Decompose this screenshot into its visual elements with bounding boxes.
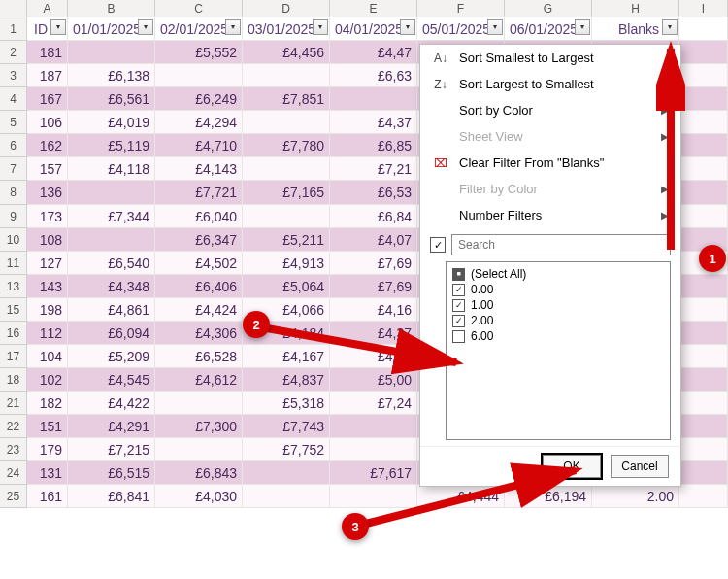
cell[interactable] [679, 322, 728, 345]
clear-filter[interactable]: ⌧ Clear Filter From "Blanks" [420, 150, 680, 176]
filter-button[interactable]: ▾ [50, 19, 66, 35]
cell[interactable]: 161 [27, 485, 68, 508]
filter-values-list[interactable]: (Select All)0.001.002.006.00 [446, 261, 671, 440]
row-number[interactable]: 17 [0, 345, 27, 368]
filter-value-item[interactable]: (Select All) [452, 266, 664, 282]
cell[interactable] [243, 64, 330, 87]
column-header[interactable]: ID▾ [27, 17, 68, 41]
cell[interactable] [679, 134, 728, 157]
cell[interactable] [68, 228, 155, 252]
cell[interactable] [679, 275, 728, 298]
cell[interactable]: £4,47 [330, 41, 417, 64]
cell[interactable] [679, 111, 728, 134]
cell[interactable]: £7,69 [330, 252, 417, 275]
cell[interactable] [68, 181, 155, 204]
cell[interactable]: £5,552 [155, 41, 243, 64]
cell[interactable]: £5,00 [330, 368, 417, 392]
row-number[interactable]: 7 [0, 157, 27, 181]
cell[interactable]: 167 [27, 87, 68, 111]
cell[interactable] [330, 485, 417, 508]
row-number[interactable]: 16 [0, 322, 27, 345]
cell[interactable]: £7,752 [243, 438, 330, 461]
cell[interactable]: £4,118 [68, 157, 155, 181]
cancel-button[interactable]: Cancel [611, 455, 669, 478]
cell[interactable]: 179 [27, 438, 68, 461]
cell[interactable]: £7,69 [330, 275, 417, 298]
column-header[interactable]: 04/01/2025▾ [330, 17, 417, 41]
cell[interactable] [679, 205, 728, 228]
cell[interactable]: 157 [27, 157, 68, 181]
cell[interactable]: £4,306 [155, 322, 243, 345]
cell[interactable]: £4,07 [330, 228, 417, 252]
cell[interactable]: £7,617 [330, 461, 417, 485]
sort-desc[interactable]: Z↓ Sort Largest to Smallest [420, 71, 680, 97]
filter-button[interactable]: ▾ [400, 19, 415, 35]
column-letter[interactable]: D [243, 0, 330, 17]
cell[interactable]: £4,37 [330, 111, 417, 134]
column-header[interactable]: 06/01/2025▾ [505, 17, 592, 41]
cell[interactable]: 104 [27, 345, 68, 368]
checkbox[interactable] [452, 268, 465, 281]
cell[interactable]: £5,318 [243, 392, 330, 415]
row-number[interactable]: 9 [0, 205, 27, 228]
cell[interactable]: £4,837 [243, 368, 330, 392]
filter-value-item[interactable]: 0.00 [452, 282, 664, 297]
cell[interactable] [679, 392, 728, 415]
checkbox[interactable] [452, 284, 465, 296]
sort-by-color[interactable]: Sort by Color ▶ [420, 97, 680, 123]
cell[interactable]: £6,841 [68, 485, 155, 508]
cell[interactable]: £7,24 [330, 392, 417, 415]
row-number[interactable]: 1 [0, 17, 27, 41]
cell[interactable]: 112 [27, 322, 68, 345]
column-letter[interactable]: G [505, 0, 592, 17]
cell[interactable] [679, 345, 728, 368]
column-header[interactable]: Blanks▾ [592, 17, 679, 41]
cell[interactable]: £4,16 [330, 298, 417, 322]
cell[interactable]: 182 [27, 392, 68, 415]
cell[interactable]: 131 [27, 461, 68, 485]
cell[interactable]: £4,861 [68, 298, 155, 322]
cell[interactable]: £4,291 [68, 415, 155, 438]
row-number[interactable]: 11 [0, 252, 27, 275]
checkbox[interactable] [452, 299, 465, 312]
filter-button[interactable]: ▾ [225, 19, 241, 35]
column-letter[interactable]: F [417, 0, 505, 17]
column-letter[interactable]: C [155, 0, 243, 17]
column-letter[interactable]: I [679, 0, 728, 17]
row-number[interactable]: 6 [0, 134, 27, 157]
column-letter[interactable]: A [27, 0, 68, 17]
cell[interactable]: 198 [27, 298, 68, 322]
cell[interactable]: £4,913 [243, 252, 330, 275]
cell[interactable] [679, 461, 728, 485]
column-header[interactable] [679, 17, 728, 41]
filter-value-item[interactable]: 6.00 [452, 328, 664, 344]
filter-search-input[interactable] [451, 234, 671, 255]
cell[interactable]: £4,294 [155, 111, 243, 134]
cell[interactable] [243, 157, 330, 181]
cell[interactable]: £6,84 [330, 205, 417, 228]
cell[interactable]: £6,094 [68, 322, 155, 345]
cell[interactable]: £7,165 [243, 181, 330, 204]
cell[interactable] [243, 111, 330, 134]
cell[interactable]: 151 [27, 415, 68, 438]
row-number[interactable]: 5 [0, 111, 27, 134]
cell[interactable] [679, 368, 728, 392]
column-letter[interactable]: H [592, 0, 679, 17]
cell[interactable] [679, 438, 728, 461]
filter-button[interactable]: ▾ [662, 19, 678, 35]
column-header[interactable]: 05/01/2025▾ [417, 17, 505, 41]
cell[interactable] [155, 438, 243, 461]
cell[interactable]: £4,167 [243, 345, 330, 368]
cell[interactable] [243, 485, 330, 508]
cell[interactable]: £6,843 [155, 461, 243, 485]
cell[interactable] [679, 157, 728, 181]
cell[interactable]: £6,528 [155, 345, 243, 368]
number-filters[interactable]: Number Filters ▶ [420, 202, 680, 228]
cell[interactable]: £4,710 [155, 134, 243, 157]
cell[interactable]: 102 [27, 368, 68, 392]
row-number[interactable]: 8 [0, 181, 27, 204]
cell[interactable]: 136 [27, 181, 68, 204]
cell[interactable] [330, 438, 417, 461]
row-number[interactable]: 13 [0, 275, 27, 298]
cell[interactable]: £7,780 [243, 134, 330, 157]
